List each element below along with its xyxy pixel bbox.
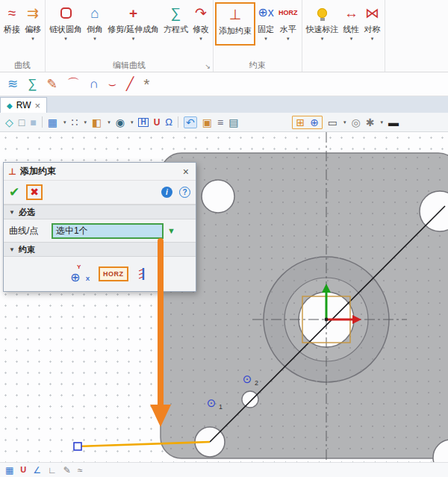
settings-caret[interactable]: ▾ <box>381 119 384 125</box>
bridge-icon: ≈ <box>8 3 16 22</box>
wave-curves-icon[interactable]: ≋ <box>7 76 18 92</box>
origin-target-icon[interactable]: ⊕ <box>310 117 319 128</box>
concentric-symbol-1: ⊙ <box>207 396 217 409</box>
book-icon[interactable]: ▤ <box>228 117 238 128</box>
add-constraint-label: 添加约束 <box>219 25 252 37</box>
arc-tool-icon[interactable]: ⌣ <box>108 77 116 92</box>
equation-button[interactable]: ∑ 方程式 <box>161 2 190 43</box>
linear-dimension-button[interactable]: ↔ 线性 ▾ <box>341 2 362 43</box>
help-icon[interactable]: ? <box>179 187 190 198</box>
trim-extend-corner-button[interactable]: + 修剪/延伸成角 ▾ <box>105 2 161 43</box>
ortho-snap-icon[interactable]: ∟ <box>48 466 57 475</box>
appearance-icon[interactable]: ◧ <box>92 117 102 128</box>
modify-button[interactable]: ↷ 修改 ▾ <box>190 2 211 43</box>
layers-icon[interactable]: ≡ <box>217 117 223 128</box>
offset-caret[interactable]: ▾ <box>31 35 34 42</box>
display-style-icon[interactable]: ▬ <box>388 117 399 128</box>
monitor-caret[interactable]: ▾ <box>343 119 346 125</box>
snap-grid-icon[interactable]: ⊞ <box>296 117 305 128</box>
quick-dimension-bulb-icon <box>317 8 327 18</box>
spray-points-icon[interactable]: * <box>143 75 149 93</box>
chain-fillet-button[interactable]: 链状圆角 ▾ <box>47 2 84 43</box>
stamp-icon[interactable]: ▣ <box>202 117 212 128</box>
symmetric-caret[interactable]: ▾ <box>371 35 374 42</box>
undo-icon[interactable]: ↶ <box>184 116 197 128</box>
curve-point-input[interactable]: 选中1个 <box>52 223 164 239</box>
axis-triad-icon[interactable]: ◇ <box>5 117 13 128</box>
curve-snap-icon[interactable]: ≈ <box>78 466 83 475</box>
chain-fillet-icon <box>60 7 72 19</box>
sketch-viewport[interactable]: ⊙ 1 ⊙ 2 ⊥ 添加约束 × ✔ ✖ i <box>0 132 448 462</box>
quick-dimension-caret[interactable]: ▾ <box>321 35 324 42</box>
wireframe-cube-icon[interactable]: □ <box>19 117 25 128</box>
tab-close-icon[interactable]: × <box>34 100 40 111</box>
quick-dimension-button[interactable]: 快速标注 ▾ <box>304 2 341 43</box>
point-grid-icon[interactable]: ∷ <box>71 117 78 128</box>
tab-label: RW <box>16 100 31 110</box>
dialog-titlebar[interactable]: ⊥ 添加约束 × <box>4 163 196 181</box>
visibility-caret[interactable]: ▾ <box>131 119 134 125</box>
cylinder-icon[interactable]: ◎ <box>352 117 361 128</box>
fixed-point-option[interactable]: Y ⊕ X <box>68 264 90 284</box>
fixed-button[interactable]: ⊕x 固定 ▾ <box>255 2 276 43</box>
fixed-caret[interactable]: ▾ <box>264 35 267 42</box>
magnet-icon[interactable]: U <box>154 118 161 127</box>
vertical-constraint-option[interactable] <box>137 266 147 281</box>
horizontal-button[interactable]: HORZ 水平 ▾ <box>276 2 300 43</box>
horizontal-constraint-option[interactable]: HORZ <box>99 266 128 281</box>
edit-curve-group-text: 编辑曲线 <box>113 60 146 69</box>
offset-button[interactable]: ⇉ 偏移 ▾ <box>22 2 43 43</box>
quick-dimension-label: 快速标注 <box>306 24 339 35</box>
arc-icon[interactable]: ⌒ <box>67 75 80 93</box>
ok-button[interactable]: ✔ <box>9 184 19 200</box>
settings-icon[interactable]: ✱ <box>366 117 375 128</box>
grid-snap-icon[interactable]: ▦ <box>5 466 13 475</box>
appearance-caret[interactable]: ▾ <box>108 119 111 125</box>
required-section-header[interactable]: ▼ 必选 <box>4 205 196 219</box>
conic-curve-icon[interactable]: ∩ <box>90 77 99 92</box>
origin-point[interactable] <box>325 318 329 322</box>
curve-tools-toolbar: ≋ ∑ ✎ ⌒ ∩ ⌣ ╱ * <box>0 72 448 96</box>
sketch-tab-icon: ◆ <box>7 102 13 110</box>
offset-label: 偏移 <box>25 24 41 35</box>
chamfer-caret[interactable]: ▾ <box>93 35 96 42</box>
chamfer-button[interactable]: ⌂ 倒角 ▾ <box>84 2 105 43</box>
grid-display-caret[interactable]: ▾ <box>63 119 66 125</box>
ribbon-group-label-constraint: 约束 <box>214 59 302 72</box>
info-icon[interactable]: i <box>161 187 172 198</box>
grid-display-icon[interactable]: ▦ <box>48 117 57 128</box>
equation-curve-icon[interactable]: ∑ <box>28 77 37 92</box>
dialog-launcher-icon[interactable]: ↘ <box>205 60 211 72</box>
app-window: ≈ 桥接 ⇉ 偏移 ▾ 曲线 链状圆角 ▾ ⌂ <box>0 0 448 477</box>
magnet-snap-icon[interactable]: U <box>20 466 26 474</box>
hole-small[interactable] <box>242 391 258 408</box>
line-tool-icon[interactable]: ╱ <box>126 76 134 92</box>
horizontal-caret[interactable]: ▾ <box>287 35 290 42</box>
dialog-close-icon[interactable]: × <box>181 166 191 178</box>
tab-drawing[interactable]: ◆ RW × <box>0 97 47 113</box>
cancel-button[interactable]: ✖ <box>26 184 43 200</box>
endpoint-handle[interactable] <box>74 443 81 450</box>
bridge-button[interactable]: ≈ 桥接 <box>1 2 22 43</box>
pick-icon[interactable]: ▼ <box>167 226 175 235</box>
point-grid-caret[interactable]: ▾ <box>84 119 87 125</box>
pencil-edit-icon[interactable]: ✎ <box>63 466 71 475</box>
concentric-number-1: 1 <box>219 403 223 411</box>
chain-fillet-caret[interactable]: ▾ <box>64 35 67 42</box>
angle-snap-icon[interactable]: ∠ <box>33 466 41 475</box>
equation-label: 方程式 <box>164 24 188 35</box>
hole-top[interactable] <box>202 180 234 213</box>
shaded-cube-icon[interactable]: ■ <box>30 117 36 128</box>
h-frame-icon[interactable]: H <box>138 118 148 127</box>
visibility-eye-icon[interactable]: ◉ <box>116 117 125 128</box>
trim-extend-caret[interactable]: ▾ <box>132 35 135 42</box>
symmetric-button[interactable]: ⋈ 对称 ▾ <box>362 2 383 43</box>
ribbon-group-edit-curve: 链状圆角 ▾ ⌂ 倒角 ▾ + 修剪/延伸成角 ▾ ∑ 方程式 <box>46 0 214 72</box>
add-constraint-button[interactable]: ⊥ 添加约束 <box>215 2 255 46</box>
snap-tools-group: ⊞ ⊕ <box>292 116 322 129</box>
linear-dimension-caret[interactable]: ▾ <box>350 35 353 42</box>
pencil-sketch-icon[interactable]: ✎ <box>46 76 57 92</box>
monitor-icon[interactable]: ▭ <box>328 117 337 128</box>
omega-icon[interactable]: Ω <box>165 117 172 127</box>
modify-caret[interactable]: ▾ <box>199 35 202 42</box>
